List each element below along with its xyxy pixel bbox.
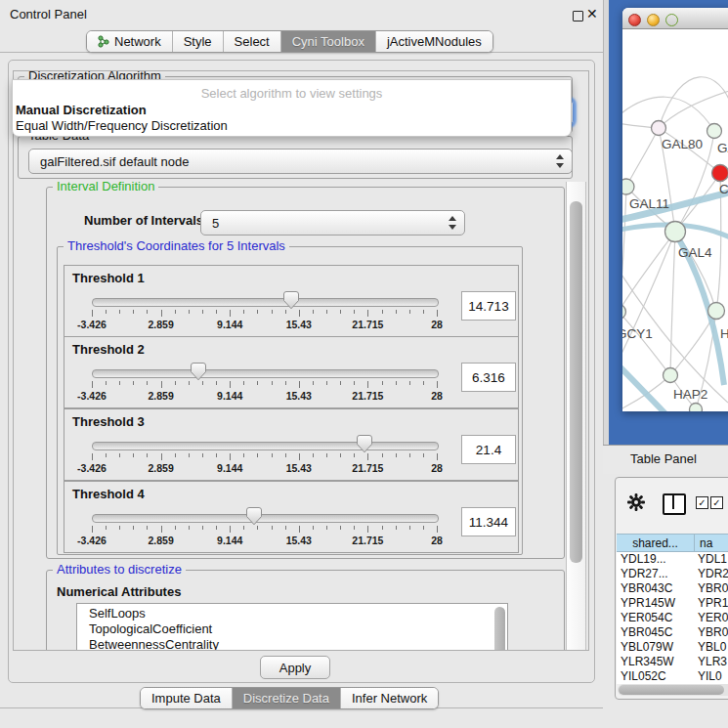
threshold-value-field[interactable]: 14.713 — [461, 291, 516, 321]
table-cell[interactable]: YBL0 — [698, 639, 728, 654]
major-tick — [161, 310, 162, 317]
slider-track[interactable] — [92, 442, 439, 450]
minor-tick — [409, 310, 410, 314]
table-cell[interactable]: YER054C — [621, 610, 693, 624]
tick-label: 2.859 — [132, 319, 191, 330]
network-node-h[interactable] — [708, 303, 725, 320]
minor-tick — [354, 453, 355, 457]
major-tick — [299, 453, 300, 460]
table-cell[interactable]: YBR0 — [698, 624, 728, 639]
network-window-titlebar[interactable] — [622, 8, 728, 29]
close-icon[interactable]: ✕ — [586, 6, 598, 21]
minor-tick — [396, 453, 397, 457]
bottom-tab-discretize-data[interactable]: Discretize Data — [233, 688, 341, 708]
bottom-tab-infer-network[interactable]: Infer Network — [341, 688, 438, 708]
network-edge[interactable] — [659, 77, 728, 128]
slider-track[interactable] — [92, 369, 439, 378]
dropdown-option-equal-width-frequency-discretization[interactable]: Equal Width/Frequency Discretization — [16, 118, 563, 134]
h-scrollbar-thumb[interactable] — [619, 685, 724, 695]
network-node-gal4[interactable] — [665, 222, 686, 242]
checkbox-icon[interactable] — [710, 496, 723, 509]
major-tick — [299, 381, 300, 388]
threshold-value-field[interactable]: 6.316 — [461, 363, 516, 392]
dropdown-option-manual-discretization[interactable]: Manual Discretization — [16, 103, 563, 118]
major-tick — [299, 310, 300, 317]
float-window-icon[interactable] — [573, 11, 583, 21]
network-edge[interactable] — [626, 128, 659, 187]
gear-icon[interactable] — [627, 493, 645, 511]
table-cell[interactable]: YIL0 — [698, 668, 728, 683]
threshold-value-field[interactable]: 11.344 — [461, 507, 516, 536]
attribute-item-betweennesscentrality[interactable]: BetweennessCentrality — [89, 637, 219, 651]
network-node-label: GA — [717, 141, 728, 155]
zoom-traffic-light[interactable] — [665, 14, 678, 26]
settings-scrollbar-thumb[interactable] — [570, 201, 582, 563]
slider-thumb[interactable] — [283, 291, 299, 310]
h-scrollbar-track[interactable] — [618, 684, 728, 696]
num-intervals-combo[interactable]: 5 — [200, 210, 465, 236]
split-view-icon[interactable] — [663, 493, 686, 515]
close-traffic-light[interactable] — [628, 14, 641, 26]
network-node-gcy1[interactable] — [622, 305, 626, 320]
attribute-item-topologicalcoefficient[interactable]: TopologicalCoefficient — [89, 621, 212, 637]
table-data-combo[interactable]: galFiltered.sif default node — [28, 149, 573, 174]
slider-track[interactable] — [92, 514, 439, 523]
table-cell[interactable]: YER0 — [698, 610, 728, 624]
network-node-ga[interactable] — [707, 124, 722, 139]
tab-select[interactable]: Select — [224, 31, 281, 52]
table-cell[interactable]: YBR045C — [621, 624, 693, 639]
network-edge[interactable] — [622, 312, 670, 375]
list-scrollbar-thumb[interactable] — [494, 607, 505, 651]
network-node-gal11[interactable] — [622, 179, 634, 194]
slider-track[interactable] — [92, 298, 439, 307]
table-cell[interactable]: YPR1 — [698, 595, 728, 610]
network-node[interactable] — [690, 404, 703, 412]
attribute-item-selfloops[interactable]: SelfLoops — [89, 606, 146, 621]
tab-style[interactable]: Style — [173, 31, 224, 52]
table-cell[interactable]: YPR145W — [621, 595, 693, 610]
tick-label: 15.43 — [270, 319, 328, 330]
table-cell[interactable]: YBR0 — [698, 580, 728, 595]
tab-jactivemnodules[interactable]: jActiveMNodules — [376, 31, 492, 52]
bottom-tab-bar: Impute DataDiscretize DataInfer Network — [140, 687, 439, 709]
bottom-tab-impute-data[interactable]: Impute Data — [141, 688, 233, 708]
threshold-value-field[interactable]: 21.4 — [461, 435, 516, 464]
slider-thumb[interactable] — [357, 435, 372, 453]
column-header-1[interactable]: shared... — [617, 534, 695, 552]
network-edge[interactable] — [622, 232, 675, 312]
slider-thumb[interactable] — [246, 507, 262, 526]
table-cell[interactable]: YLR3 — [698, 654, 728, 668]
network-edge[interactable] — [659, 90, 728, 128]
network-edge-thick[interactable] — [622, 360, 697, 411]
tab-cyni-toolbox[interactable]: Cyni Toolbox — [281, 31, 376, 52]
network-edge[interactable] — [670, 232, 675, 375]
tab-network[interactable]: Network — [87, 31, 173, 52]
column-header-2[interactable]: na — [695, 534, 728, 552]
table-cell[interactable]: YDR2 — [698, 566, 728, 580]
tick-label: -3.426 — [63, 462, 121, 474]
checkbox-icon[interactable] — [696, 496, 708, 509]
minor-tick — [272, 381, 273, 385]
table-cell[interactable]: YDR27... — [621, 566, 693, 580]
table-cell[interactable]: YDL1 — [698, 551, 728, 566]
minor-tick — [202, 310, 203, 314]
network-node-c[interactable] — [712, 165, 728, 182]
network-edge[interactable] — [622, 187, 626, 312]
minor-tick — [396, 526, 397, 530]
table-cell[interactable]: YDL19... — [621, 551, 693, 566]
slider-thumb[interactable] — [191, 363, 206, 381]
table-cell[interactable]: YBR043C — [621, 580, 693, 595]
minimize-traffic-light[interactable] — [647, 14, 660, 26]
table-data-combo-value: galFiltered.sif default node — [40, 154, 189, 169]
panel-title: Control Panel — [10, 7, 87, 21]
network-node-gal80[interactable] — [652, 121, 666, 136]
network-node-hap2[interactable] — [664, 368, 678, 383]
apply-button[interactable]: Apply — [260, 656, 330, 679]
table-cell[interactable]: YBL079W — [621, 639, 693, 654]
table-cell[interactable]: YLR345W — [621, 654, 693, 668]
minor-tick — [243, 381, 244, 385]
network-canvas[interactable]: GAL80GACGAL11GAL4GCY1HHAP2 — [622, 29, 728, 411]
table-cell[interactable]: YIL052C — [621, 668, 693, 683]
attributes-list[interactable]: SelfLoopsTopologicalCoefficientBetweenne… — [76, 603, 508, 651]
settings-scrollbar-track[interactable] — [566, 182, 586, 650]
